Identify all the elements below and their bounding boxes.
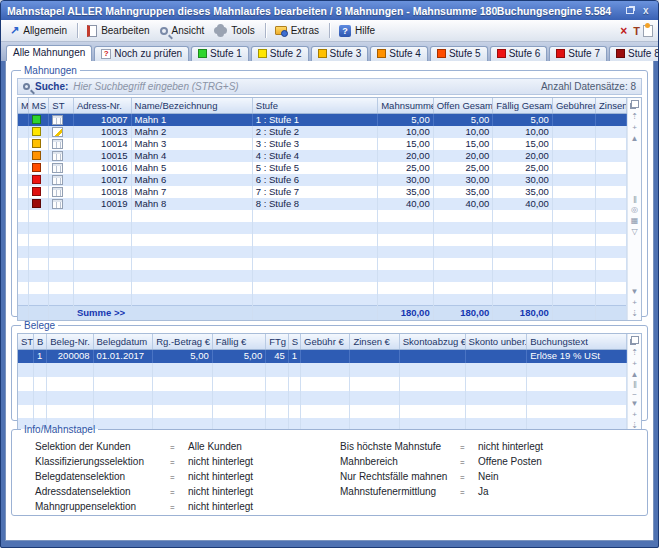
col-zinsen[interactable]: Zinsen (596, 98, 627, 113)
search-input[interactable] (73, 81, 536, 92)
col-zinsen[interactable]: Zinsen € (350, 334, 399, 349)
col-faellig[interactable]: Fällig Gesamt € (493, 98, 553, 113)
col-belegnr[interactable]: Beleg-Nr. (47, 334, 93, 349)
equals-separator: = (170, 443, 188, 452)
col-st[interactable]: ST (49, 98, 74, 113)
mahnung-row[interactable]: 10013Mahn 22 : Stufe 210,0010,0010,00 (18, 126, 627, 138)
menu-extras[interactable]: Extras (271, 23, 325, 38)
filter-icon[interactable]: ▽ (631, 227, 637, 236)
offen-cell: 10,00 (433, 126, 493, 138)
col-belegdatum[interactable]: Belegdatum (93, 334, 153, 349)
tab-alle-mahnungen[interactable]: Alle Mahnungen (6, 45, 92, 61)
close-window-icon[interactable]: x (640, 5, 652, 17)
menu-ansicht[interactable]: Ansicht (156, 23, 211, 38)
marker-cell (18, 126, 28, 138)
add-icon[interactable]: + (632, 359, 637, 368)
col-faellig[interactable]: Fällig € (212, 334, 265, 349)
col-skonto-unber[interactable]: Skonto unber. € (465, 334, 527, 349)
info-item: Mahnstufenermittlung=Ja (340, 486, 543, 501)
faellig-cell: 10,00 (493, 126, 553, 138)
col-st[interactable]: ST (18, 334, 33, 349)
tab-stufe-1[interactable]: Stufe 1 (191, 46, 249, 61)
belegdatum-cell: 01.01.2017 (93, 349, 153, 363)
scroll-top-icon[interactable]: ⇡ (631, 348, 638, 357)
tab-stufe-6[interactable]: Stufe 6 (490, 46, 548, 61)
strip-bottom-group: ▼ + ⇣ (631, 287, 639, 318)
menu-tools-label: Tools (231, 25, 254, 36)
col-offen[interactable]: Offen Gesamt € (433, 98, 493, 113)
col-skontoabzug[interactable]: Skontoabzug € (399, 334, 465, 349)
tab-label: Stufe 7 (568, 48, 600, 59)
col-adressnr[interactable]: Adress-Nr. (73, 98, 131, 113)
mahnung-row[interactable]: 10016Mahn 55 : Stufe 525,0025,0025,00 (18, 162, 627, 174)
offen-cell: 40,00 (433, 198, 493, 210)
scroll-up-icon[interactable]: ▲ (631, 134, 639, 143)
minus-icon[interactable]: − (632, 390, 637, 399)
add-icon[interactable]: + (632, 123, 637, 132)
col-rg-betrag[interactable]: Rg.-Betrag € (153, 334, 213, 349)
add-icon[interactable]: + (632, 298, 637, 307)
empty-row (18, 234, 627, 246)
mahnung-row[interactable]: 10007Mahn 11 : Stufe 15,005,005,00 (18, 113, 627, 126)
col-buchungstext[interactable]: Buchungstext (527, 334, 627, 349)
menu-allgemein-label: Allgemein (23, 25, 67, 36)
scroll-top-icon[interactable]: ⇡ (631, 112, 638, 121)
mahnung-row[interactable]: 10017Mahn 66 : Stufe 630,0030,0030,00 (18, 174, 627, 186)
menu-bearbeiten[interactable]: Bearbeiten (83, 23, 155, 39)
zoom-icon[interactable]: ◎ (631, 205, 638, 214)
info-label: Selektion der Kunden (35, 441, 170, 452)
col-ftg[interactable]: FTg (266, 334, 289, 349)
copy-icon[interactable] (631, 100, 639, 108)
col-ms[interactable]: MS (28, 98, 49, 113)
mahnung-row[interactable]: 10014Mahn 33 : Stufe 315,0015,0015,00 (18, 138, 627, 150)
stufe7-color-chip (556, 49, 565, 58)
col-m[interactable]: M (18, 98, 28, 113)
col-gebuehren[interactable]: Gebühren € (552, 98, 595, 113)
mahnsumme-cell: 30,00 (378, 174, 434, 186)
name-cell: Mahn 4 (131, 150, 252, 162)
tab-stufe-3[interactable]: Stufe 3 (311, 46, 369, 61)
col-s[interactable]: S (288, 334, 300, 349)
ftg-cell: 45 (266, 349, 289, 363)
mahnung-row[interactable]: 10019Mahn 88 : Stufe 840,0040,0040,00 (18, 198, 627, 210)
col-b[interactable]: B (33, 334, 46, 349)
tab-stufe-7[interactable]: Stufe 7 (549, 46, 607, 61)
scroll-down-icon[interactable]: ▼ (631, 399, 639, 408)
col-gebuehr[interactable]: Gebühr € (301, 334, 350, 349)
mahnung-row[interactable]: 10015Mahn 44 : Stufe 420,0020,0020,00 (18, 150, 627, 162)
copy-icon[interactable] (631, 336, 639, 344)
scroll-bottom-icon[interactable]: ⇣ (631, 309, 638, 318)
columns-icon[interactable]: ||| (633, 379, 635, 388)
scroll-down-icon[interactable]: ▼ (631, 287, 639, 296)
col-mahnsumme[interactable]: Mahnsumme € (378, 98, 434, 113)
beleg-row[interactable]: 120000801.01.20175,005,00451Erlöse 19 % … (18, 349, 627, 363)
add-icon[interactable]: + (632, 410, 637, 419)
tab-stufe-5[interactable]: Stufe 5 (430, 46, 488, 61)
menu-hilfe[interactable]: ? Hilfe (335, 23, 381, 39)
col-name[interactable]: Name/Bezeichnung (131, 98, 252, 113)
rg-betrag-cell: 5,00 (153, 349, 213, 363)
ms-cell (28, 198, 49, 210)
col-stufe[interactable]: Stufe (252, 98, 377, 113)
close-form-icon[interactable]: × (617, 24, 630, 38)
info-label: Mahnbereich (340, 456, 460, 467)
info-value: nicht hinterlegt (188, 501, 253, 512)
gebuehren-cell (552, 126, 595, 138)
menu-hilfe-label: Hilfe (355, 25, 375, 36)
tab-stufe-8[interactable]: Stufe 8 (609, 46, 659, 61)
tab-noch-zu-pruefen[interactable]: ?Noch zu prüfen (94, 46, 189, 61)
mahnung-row[interactable]: 10018Mahn 77 : Stufe 735,0035,0035,00 (18, 186, 627, 198)
tabstrip: Alle Mahnungen ?Noch zu prüfen Stufe 1 S… (1, 42, 658, 61)
menu-bearbeiten-label: Bearbeiten (101, 25, 149, 36)
columns-icon[interactable]: ||| (633, 194, 635, 203)
export-icon[interactable]: ▦ (631, 216, 639, 225)
scroll-up-icon[interactable]: ▲ (631, 370, 639, 379)
menu-allgemein[interactable]: ↗ Allgemein (6, 22, 73, 39)
pin-icon[interactable]: T (630, 25, 643, 37)
new-note-icon[interactable] (643, 25, 653, 37)
strip-top-group: ⇡ + ▲ (631, 99, 639, 143)
restore-window-icon[interactable] (624, 5, 636, 17)
tab-stufe-2[interactable]: Stufe 2 (251, 46, 309, 61)
tab-stufe-4[interactable]: Stufe 4 (370, 46, 428, 61)
menu-tools[interactable]: Tools (210, 22, 260, 39)
